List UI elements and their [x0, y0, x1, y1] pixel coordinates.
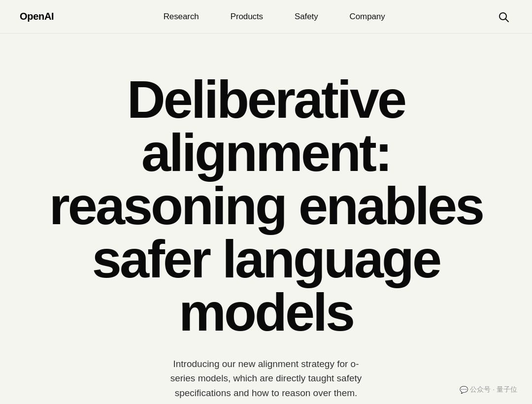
nav-item-company[interactable]: Company: [334, 12, 401, 22]
hero-subtitle: Introducing our new alignment strategy f…: [167, 357, 365, 400]
nav-item-safety[interactable]: Safety: [279, 12, 334, 22]
watermark: 💬 公众号 · 量子位: [460, 385, 517, 394]
logo[interactable]: OpenAI: [20, 11, 54, 22]
nav-links: Research Products Safety Company: [148, 12, 401, 22]
hero-section: Deliberative alignment: reasoning enable…: [0, 34, 532, 404]
search-icon: [498, 11, 509, 23]
nav-item-research[interactable]: Research: [148, 12, 215, 22]
svg-line-1: [505, 19, 508, 22]
nav-link-safety[interactable]: Safety: [279, 12, 334, 22]
nav-link-research[interactable]: Research: [148, 12, 215, 22]
main-nav: OpenAI Research Products Safety Company: [0, 0, 532, 34]
nav-item-products[interactable]: Products: [215, 12, 279, 22]
watermark-icon: 💬: [460, 386, 468, 394]
nav-link-company[interactable]: Company: [334, 12, 401, 22]
watermark-text: 公众号 · 量子位: [470, 385, 517, 394]
hero-title: Deliberative alignment: reasoning enable…: [20, 73, 512, 339]
search-button[interactable]: [495, 8, 512, 26]
nav-link-products[interactable]: Products: [215, 12, 279, 22]
